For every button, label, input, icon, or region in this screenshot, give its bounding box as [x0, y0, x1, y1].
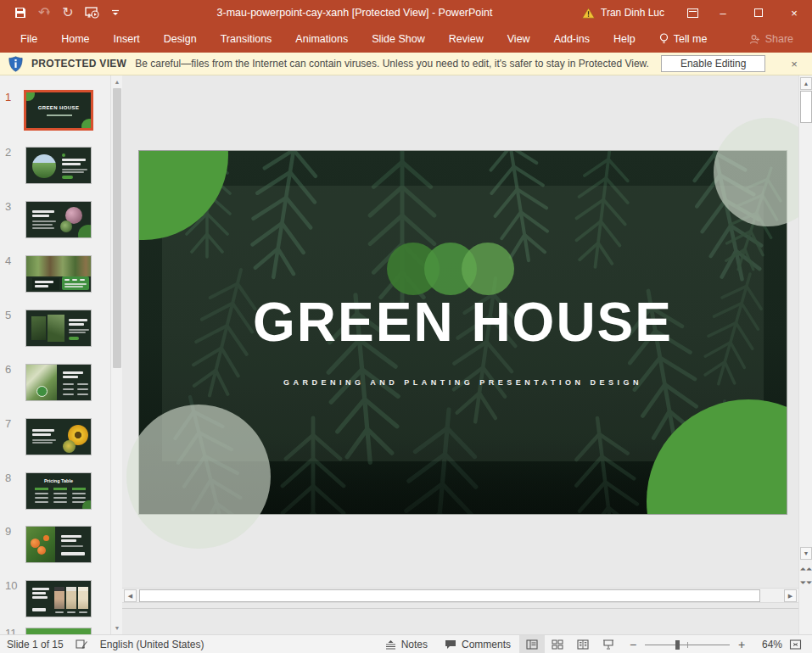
start-from-beginning-icon[interactable] [80, 0, 104, 25]
tell-me-label: Tell me [674, 33, 708, 45]
notes-pane-splitter[interactable] [122, 608, 798, 609]
vertical-scrollbar[interactable]: ▲ ▼ ⏶⏶ ⏷⏷ [798, 75, 812, 634]
thumbnail-art [60, 220, 72, 232]
slide-show-view-button[interactable] [596, 635, 621, 653]
zoom-in-icon[interactable]: + [736, 638, 747, 651]
comments-label: Comments [462, 639, 511, 650]
thumbnail-number: 2 [5, 146, 11, 159]
ribbon-display-options-icon[interactable] [680, 0, 705, 25]
close-button[interactable]: × [776, 0, 812, 25]
tab-view[interactable]: View [496, 25, 542, 53]
vertical-scrollbar-thumb[interactable] [800, 91, 812, 123]
tab-transitions[interactable]: Transitions [209, 25, 284, 53]
previous-slide-button[interactable]: ⏶⏶ [800, 563, 812, 576]
scroll-up-icon[interactable]: ▲ [800, 77, 812, 90]
scroll-left-icon[interactable]: ◀ [124, 589, 137, 602]
horizontal-scrollbar-thumb[interactable] [139, 589, 760, 602]
tab-insert[interactable]: Insert [102, 25, 152, 53]
slide-sorter-view-button[interactable] [545, 635, 570, 653]
next-slide-button[interactable]: ⏷⏷ [800, 577, 812, 589]
share-button[interactable]: Share [749, 33, 793, 45]
thumbnail-art [35, 501, 48, 503]
slide-thumbnail-5[interactable] [25, 310, 92, 347]
comments-icon [445, 639, 456, 650]
notes-toggle[interactable]: Notes [377, 635, 436, 653]
thumbnail-art [35, 497, 48, 499]
tell-me-box[interactable]: Tell me [647, 33, 720, 45]
slide-thumbnail-11[interactable] [25, 628, 92, 634]
slide-editor-canvas[interactable]: GREEN HOUSE GARDENING AND PLANTING PRESE… [122, 75, 798, 634]
thumbnail-art [63, 371, 83, 374]
slide-thumbnail-9[interactable] [25, 526, 92, 563]
slide-title-text[interactable]: GREEN HOUSE [139, 291, 787, 354]
slide-thumbnail-2[interactable] [25, 147, 92, 184]
powerpoint-window: ↶▾ ↻ 3-mau-powerpoint-cay-xanh [Protecte… [0, 0, 812, 653]
thumbnail-title: Pricing Table [26, 478, 91, 483]
slide-thumbnail-3[interactable] [25, 201, 92, 238]
zoom-slider-thumb[interactable] [675, 640, 680, 650]
tab-animations[interactable]: Animations [283, 25, 360, 53]
reading-view-button[interactable] [570, 635, 596, 653]
thumbnail-art [63, 383, 74, 385]
slide-thumbnail-4[interactable] [25, 255, 92, 293]
zoom-percentage[interactable]: 64% [753, 639, 782, 650]
thumbnail-art [32, 592, 46, 594]
slide-thumbnail-7[interactable] [25, 418, 92, 455]
horizontal-scrollbar[interactable]: ◀ ▶ [122, 588, 798, 603]
slide-thumbnail-1[interactable]: GREEN HOUSE [25, 92, 92, 129]
zoom-out-icon[interactable]: − [628, 638, 638, 651]
zoom-slider[interactable] [645, 639, 730, 650]
thumbnail-panel-scrollbar[interactable]: ▲ ▼ [110, 75, 122, 634]
maximize-button[interactable] [741, 0, 776, 25]
scroll-right-icon[interactable]: ▶ [784, 589, 797, 602]
share-person-icon [749, 34, 760, 45]
thumbnail-art [35, 285, 48, 287]
tab-home[interactable]: Home [49, 25, 101, 53]
scrollbar-thumb[interactable] [113, 88, 121, 368]
thumbnail-number: 1 [5, 91, 11, 103]
language-indicator[interactable]: English (United States) [100, 639, 204, 650]
enable-editing-button[interactable]: Enable Editing [661, 55, 765, 72]
tab-design[interactable]: Design [152, 25, 209, 53]
thumbnail-art [32, 224, 53, 226]
slide-thumbnail-10[interactable] [25, 580, 92, 617]
shield-icon [8, 56, 23, 72]
tab-add-ins[interactable]: Add-ins [542, 25, 602, 53]
thumbnail-art [53, 497, 67, 499]
save-icon[interactable] [8, 0, 32, 25]
thumbnail-art [32, 154, 56, 178]
normal-view-button[interactable] [519, 635, 545, 653]
banner-close-icon[interactable]: × [787, 58, 802, 70]
redo-icon[interactable]: ↻ [56, 0, 80, 25]
protected-view-banner: PROTECTED VIEW Be careful—files from the… [0, 53, 812, 75]
customize-qat-icon[interactable] [104, 0, 127, 25]
thumbnail-art [62, 169, 87, 170]
tab-file[interactable]: File [8, 25, 49, 53]
undo-icon[interactable]: ↶▾ [32, 0, 56, 25]
thumbnail-art [78, 225, 92, 238]
slide-indicator[interactable]: Slide 1 of 15 [7, 639, 64, 650]
account-block[interactable]: Tran Dinh Luc [582, 7, 664, 19]
slide-subtitle-text[interactable]: GARDENING AND PLANTING PRESENTATION DESI… [139, 378, 787, 387]
thumbnail-art [53, 493, 67, 494]
thumbnail-art [32, 227, 54, 229]
comments-toggle[interactable]: Comments [436, 635, 519, 653]
warning-icon [582, 8, 595, 19]
tab-help[interactable]: Help [602, 25, 647, 53]
thumbnail-art [35, 493, 48, 494]
tab-review[interactable]: Review [437, 25, 496, 53]
fit-slide-to-window-icon[interactable] [789, 639, 802, 650]
scroll-down-icon[interactable]: ▼ [112, 622, 122, 633]
thumbnail-number: 6 [5, 363, 11, 376]
minimize-button[interactable]: – [705, 0, 741, 25]
thumbnail-art [35, 488, 48, 490]
thumbnail-art [64, 286, 83, 287]
spellcheck-icon[interactable] [76, 639, 88, 650]
tab-slide-show[interactable]: Slide Show [360, 25, 437, 53]
scroll-up-icon[interactable]: ▲ [112, 76, 122, 87]
scroll-down-icon[interactable]: ▼ [800, 547, 812, 560]
title-bar: ↶▾ ↻ 3-mau-powerpoint-cay-xanh [Protecte… [0, 0, 812, 25]
thumbnail-number: 3 [5, 200, 11, 213]
slide-thumbnail-8[interactable]: Pricing Table [25, 472, 92, 510]
slide-thumbnail-6[interactable] [25, 364, 92, 401]
